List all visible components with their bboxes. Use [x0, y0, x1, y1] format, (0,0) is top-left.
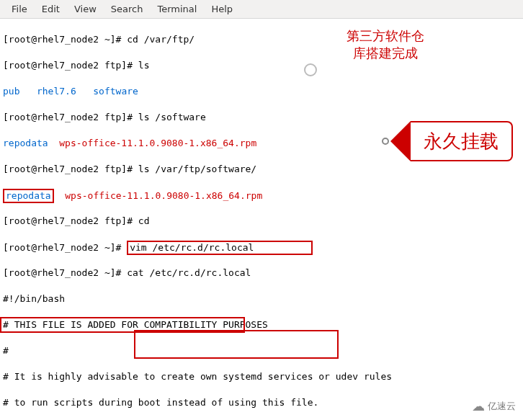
- dir-name: repodata: [3, 138, 48, 148]
- terminal-line: [root@rhel7_node2 ~]# cat /etc/rc.d/rc.l…: [3, 267, 520, 280]
- terminal-line: [root@rhel7_node2 ftp]# cd: [3, 215, 520, 228]
- menu-help[interactable]: Help: [204, 1, 240, 17]
- tag-label: 永久挂载: [411, 121, 513, 161]
- highlight-chmod-block: [134, 330, 339, 359]
- terminal-line: [root@rhel7_node2 ftp]# ls: [3, 59, 520, 72]
- menu-terminal[interactable]: Terminal: [150, 1, 204, 17]
- tag-dot-icon: [382, 138, 389, 145]
- terminal-output[interactable]: [root@rhel7_node2 ~]# cd /var/ftp/ [root…: [0, 19, 523, 420]
- annotation-text: 第三方软件仓: [339, 27, 432, 45]
- rpm-file: wps-office-11.1.0.9080-1.x86_64.rpm: [65, 190, 262, 201]
- terminal-line: pub rhel7.6 software: [3, 85, 520, 98]
- watermark: ☁ 亿速云: [472, 400, 516, 413]
- annotation-text: 库搭建完成: [339, 45, 432, 62]
- menu-view[interactable]: View: [67, 1, 104, 17]
- highlight-repodata: repodata: [3, 189, 54, 203]
- connector-node-icon: [304, 63, 317, 76]
- menu-edit[interactable]: Edit: [35, 1, 67, 17]
- dir-name: rhel7.6: [37, 86, 76, 97]
- annotation-repo-built: 第三方软件仓 库搭建完成: [339, 27, 432, 62]
- terminal-line: [root@rhel7_node2 ~]# vim /etc/rc.d/rc.l…: [3, 241, 520, 254]
- tag-arrow-icon: [390, 121, 411, 161]
- menubar: File Edit View Search Terminal Help: [0, 0, 523, 19]
- cloud-icon: ☁: [472, 400, 485, 413]
- highlight-vim-cmd: vim /etc/rc.d/rc.local: [127, 241, 313, 255]
- watermark-text: 亿速云: [488, 400, 516, 413]
- terminal-line: # It is highly advisable to create own s…: [3, 370, 520, 383]
- rpm-file: wps-office-11.1.0.9080-1.x86_64.rpm: [59, 138, 256, 148]
- terminal-line: # to run scripts during boot instead of …: [3, 396, 520, 409]
- menu-search[interactable]: Search: [104, 1, 151, 17]
- dir-name: repodata: [6, 190, 51, 201]
- menu-file[interactable]: File: [4, 1, 35, 17]
- terminal-line: [root@rhel7_node2 ftp]# ls /var/ftp/soft…: [3, 163, 520, 176]
- dir-name: pub: [3, 86, 19, 97]
- prompt: [root@rhel7_node2 ~]#: [3, 242, 127, 253]
- terminal-line: [root@rhel7_node2 ~]# cd /var/ftp/: [3, 33, 520, 46]
- terminal-line: #!/bin/bash: [3, 292, 520, 305]
- dir-name: software: [93, 86, 138, 97]
- terminal-line: repodata wps-office-11.1.0.9080-1.x86_64…: [3, 189, 520, 202]
- annotation-permanent-mount: 永久挂载: [382, 121, 513, 161]
